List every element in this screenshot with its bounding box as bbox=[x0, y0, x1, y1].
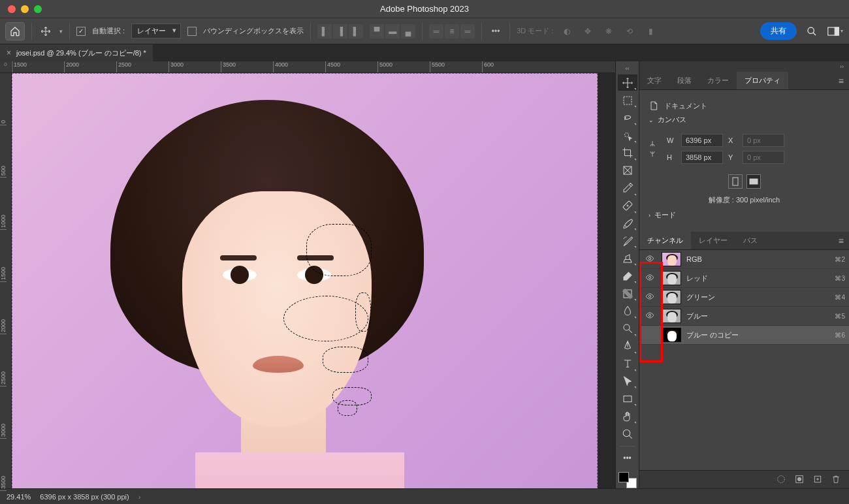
gradient-tool[interactable] bbox=[618, 285, 637, 302]
channel-shortcut: ⌘6 bbox=[835, 332, 845, 339]
properties-panel: ドキュメント ⌄ カンバス W 6396 px X 0 px bbox=[639, 90, 849, 232]
dodge-tool[interactable] bbox=[618, 321, 637, 337]
channel-row[interactable]: レッド⌘3 bbox=[639, 269, 849, 288]
channel-thumbnail[interactable] bbox=[662, 252, 681, 266]
type-tool[interactable] bbox=[618, 356, 637, 372]
channel-row[interactable]: グリーン⌘4 bbox=[639, 288, 849, 307]
color-swatches[interactable] bbox=[618, 472, 637, 488]
auto-select-label: 自動選択 : bbox=[92, 26, 125, 36]
hand-tool[interactable] bbox=[618, 408, 637, 424]
delete-channel-button[interactable] bbox=[831, 474, 842, 486]
panel-tab-プロパティ[interactable]: プロパティ bbox=[737, 72, 788, 89]
crop-tool[interactable] bbox=[618, 145, 637, 161]
distribute-top-button[interactable]: ═ bbox=[429, 24, 443, 39]
document-tab[interactable]: × josei.psd @ 29.4% (ブルー のコピー/8) * bbox=[0, 44, 153, 61]
channels-footer bbox=[639, 470, 849, 488]
orientation-portrait-button[interactable] bbox=[728, 174, 743, 189]
slide-3d-icon: ⟲ bbox=[622, 24, 637, 39]
align-bottom-button[interactable]: ▄ bbox=[401, 24, 415, 39]
path-select-tool[interactable] bbox=[618, 373, 637, 390]
channel-thumbnail[interactable] bbox=[662, 271, 681, 285]
move-tool-icon bbox=[39, 24, 53, 39]
move-tool[interactable] bbox=[618, 74, 637, 91]
panel-tab-カラー[interactable]: カラー bbox=[699, 72, 737, 89]
quick-select-tool[interactable] bbox=[618, 127, 637, 144]
align-left-button[interactable]: ▌ bbox=[317, 24, 332, 39]
panel-menu-button[interactable]: ≡ bbox=[833, 76, 849, 86]
svg-rect-12 bbox=[750, 179, 758, 184]
channel-row[interactable]: RGB⌘2 bbox=[639, 250, 849, 269]
load-selection-button[interactable] bbox=[776, 474, 788, 486]
distribute-bottom-button[interactable]: ═ bbox=[460, 24, 475, 39]
eyedropper-tool[interactable] bbox=[618, 180, 637, 197]
align-right-button[interactable]: ▌ bbox=[349, 24, 363, 39]
blur-tool[interactable] bbox=[618, 303, 637, 319]
document-dimensions[interactable]: 6396 px x 3858 px (300 ppi) bbox=[40, 493, 129, 501]
align-vcenter-button[interactable]: ▬ bbox=[385, 24, 400, 39]
distribute-vcenter-button[interactable]: ≡ bbox=[445, 24, 459, 39]
foreground-color-swatch[interactable] bbox=[618, 472, 629, 482]
mode-section-header[interactable]: › モード bbox=[649, 210, 840, 220]
canvas-height-input[interactable]: 3858 px bbox=[681, 151, 723, 164]
panel-tab-パス[interactable]: パス bbox=[735, 232, 765, 249]
svg-rect-9 bbox=[624, 396, 632, 402]
app-title: Adobe Photoshop 2023 bbox=[380, 4, 469, 14]
auto-select-checkbox[interactable]: ✓ bbox=[76, 27, 86, 36]
pen-tool[interactable] bbox=[618, 338, 637, 354]
edit-toolbar-button[interactable]: ••• bbox=[618, 450, 637, 467]
vertical-ruler[interactable]: 0500100015002000250030003500 bbox=[0, 73, 12, 488]
bounding-box-checkbox[interactable] bbox=[187, 27, 197, 36]
healing-tool[interactable] bbox=[618, 198, 637, 214]
frame-tool[interactable] bbox=[618, 163, 637, 179]
tool-dropdown-icon[interactable]: ▾ bbox=[59, 28, 63, 35]
workspace-button[interactable]: ▾ bbox=[827, 23, 844, 40]
orbit-3d-icon: ◐ bbox=[560, 24, 574, 39]
collapse-tools-button[interactable]: ‹‹ bbox=[626, 65, 630, 73]
canvas-x-input: 0 px bbox=[743, 134, 784, 147]
rectangle-tool[interactable] bbox=[618, 390, 637, 407]
share-button[interactable]: 共有 bbox=[760, 22, 797, 40]
zoom-tool[interactable] bbox=[618, 426, 637, 442]
marquee-tool[interactable] bbox=[618, 92, 637, 108]
close-tab-button[interactable]: × bbox=[7, 48, 11, 57]
channel-shortcut: ⌘3 bbox=[835, 275, 845, 282]
panel-tab-レイヤー[interactable]: レイヤー bbox=[691, 232, 735, 249]
search-button[interactable] bbox=[803, 23, 820, 40]
channels-menu-button[interactable]: ≡ bbox=[833, 236, 849, 246]
channel-thumbnail[interactable] bbox=[662, 290, 681, 304]
ruler-origin[interactable]: 0 bbox=[0, 61, 12, 73]
collapse-panels-button[interactable]: ›› bbox=[639, 61, 849, 72]
lasso-tool[interactable] bbox=[618, 110, 637, 126]
dolly-3d-icon: ❋ bbox=[601, 24, 616, 39]
panel-tab-文字[interactable]: 文字 bbox=[639, 72, 669, 89]
canvas-section-header[interactable]: ⌄ カンバス bbox=[649, 115, 840, 125]
status-bar: 29.41% 6396 px x 3858 px (300 ppi) › bbox=[0, 488, 849, 504]
home-button[interactable] bbox=[5, 22, 25, 40]
channel-row[interactable]: ブルー のコピー⌘6 bbox=[639, 326, 849, 345]
channel-thumbnail[interactable] bbox=[662, 309, 681, 323]
history-brush-tool[interactable] bbox=[618, 232, 637, 249]
close-window-button[interactable] bbox=[8, 5, 16, 13]
zoom-window-button[interactable] bbox=[34, 5, 42, 13]
save-selection-button[interactable] bbox=[794, 474, 806, 486]
zoom-level[interactable]: 29.41% bbox=[7, 493, 31, 501]
panel-tab-チャンネル[interactable]: チャンネル bbox=[639, 232, 691, 249]
align-top-button[interactable]: ▀ bbox=[370, 24, 384, 39]
brush-tool[interactable] bbox=[618, 215, 637, 232]
eraser-tool[interactable] bbox=[618, 268, 637, 284]
horizontal-ruler[interactable]: 150020002500300035004000450050005500600 bbox=[12, 61, 615, 73]
canvas-width-input[interactable]: 6396 px bbox=[681, 134, 723, 147]
panel-tab-段落[interactable]: 段落 bbox=[669, 72, 699, 89]
channel-thumbnail[interactable] bbox=[662, 328, 681, 342]
annotation-red-box bbox=[639, 262, 663, 362]
channel-row[interactable]: ブルー⌘5 bbox=[639, 307, 849, 326]
link-dimensions-icon[interactable] bbox=[649, 140, 658, 158]
more-options-button[interactable]: ••• bbox=[489, 24, 503, 39]
clone-stamp-tool[interactable] bbox=[618, 250, 637, 266]
new-channel-button[interactable] bbox=[812, 474, 824, 486]
auto-select-dropdown[interactable]: レイヤー bbox=[131, 24, 181, 39]
document-canvas[interactable] bbox=[12, 73, 615, 488]
minimize-window-button[interactable] bbox=[21, 5, 29, 13]
align-hcenter-button[interactable]: ▐ bbox=[333, 24, 347, 39]
orientation-landscape-button[interactable] bbox=[746, 174, 761, 189]
